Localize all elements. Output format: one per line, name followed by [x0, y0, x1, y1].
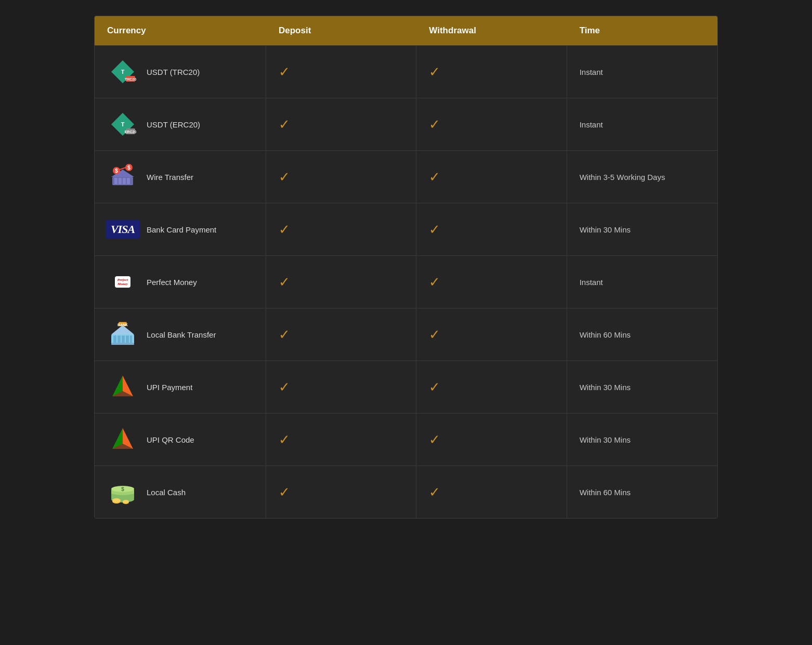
currency-name-local-bank: Local Bank Transfer [147, 330, 216, 339]
withdrawal-cell-wire-transfer: ✓ [416, 151, 567, 203]
withdrawal-check-upi-payment: ✓ [429, 379, 440, 395]
currency-cell-wire-transfer: $ $ Wire Transfer [95, 151, 266, 203]
time-cell-perfect-money: Instant [567, 256, 717, 308]
svg-rect-10 [119, 178, 122, 184]
local-bank-icon: BANK [107, 319, 138, 350]
deposit-cell-usdt-erc20: ✓ [266, 98, 416, 150]
table-row: $ Local Cash ✓ ✓ Within 60 Mins [95, 466, 717, 518]
currency-cell-upi-payment: UPI Payment [95, 361, 266, 413]
withdrawal-cell-upi-qr: ✓ [416, 414, 567, 466]
currency-name-usdt-trc20: USDT (TRC20) [147, 68, 200, 76]
table-row: T TRC20 USDT (TRC20) ✓ ✓ Instant [95, 45, 717, 98]
usdt-trc20-icon: T TRC20 [107, 56, 138, 87]
time-cell-upi-payment: Within 30 Mins [567, 361, 717, 413]
svg-rect-22 [126, 336, 129, 343]
currency-name-bank-card: Bank Card Payment [147, 225, 216, 234]
header-deposit: Deposit [266, 16, 416, 45]
time-value-local-cash: Within 60 Mins [580, 488, 631, 497]
withdrawal-check-upi-qr: ✓ [429, 432, 440, 448]
currency-cell-usdt-erc20: T ERC20 USDT (ERC20) [95, 98, 266, 150]
svg-point-43 [123, 500, 129, 503]
deposit-cell-local-bank: ✓ [266, 308, 416, 360]
svg-text:T: T [121, 121, 125, 127]
deposit-cell-local-cash: ✓ [266, 466, 416, 518]
deposit-cell-upi-payment: ✓ [266, 361, 416, 413]
withdrawal-check-usdt-trc20: ✓ [429, 64, 440, 80]
svg-text:BANK: BANK [117, 323, 128, 327]
currency-name-local-cash: Local Cash [147, 488, 186, 497]
header-currency: Currency [95, 16, 266, 45]
svg-text:$: $ [127, 165, 130, 171]
deposit-check-local-bank: ✓ [279, 327, 290, 343]
deposit-cell-usdt-trc20: ✓ [266, 46, 416, 98]
deposit-cell-perfect-money: ✓ [266, 256, 416, 308]
wire-transfer-icon: $ $ [107, 161, 138, 192]
svg-rect-20 [117, 336, 121, 343]
deposit-cell-upi-qr: ✓ [266, 414, 416, 466]
currency-cell-perfect-money: PerfectMoney Perfect Money [95, 256, 266, 308]
table-header: Currency Deposit Withdrawal Time [95, 16, 717, 45]
withdrawal-check-local-bank: ✓ [429, 327, 440, 343]
header-time: Time [567, 16, 717, 45]
deposit-check-upi-payment: ✓ [279, 379, 290, 395]
currency-name-upi-qr: UPI QR Code [147, 435, 194, 444]
bank-card-icon: VISA [107, 214, 138, 245]
currency-name-usdt-erc20: USDT (ERC20) [147, 120, 200, 129]
svg-rect-23 [130, 336, 132, 343]
deposit-check-wire-transfer: ✓ [279, 169, 290, 185]
upi-payment-icon [107, 371, 138, 403]
deposit-check-usdt-erc20: ✓ [279, 117, 290, 133]
currency-cell-upi-qr: UPI QR Code [95, 414, 266, 466]
table-row: PerfectMoney Perfect Money ✓ ✓ Instant [95, 255, 717, 308]
time-cell-wire-transfer: Within 3-5 Working Days [567, 151, 717, 203]
svg-point-41 [112, 498, 121, 502]
upi-qr-icon [107, 424, 138, 455]
perfect-money-icon: PerfectMoney [107, 266, 138, 298]
table-row: BANK Local Bank Transfer ✓ ✓ Within 60 M… [95, 308, 717, 360]
currency-name-wire-transfer: Wire Transfer [147, 173, 193, 182]
deposit-cell-wire-transfer: ✓ [266, 151, 416, 203]
time-value-usdt-erc20: Instant [580, 120, 603, 129]
time-cell-bank-card: Within 30 Mins [567, 203, 717, 255]
usdt-erc20-icon: T ERC20 [107, 109, 138, 140]
withdrawal-cell-local-bank: ✓ [416, 308, 567, 360]
table-row: T ERC20 USDT (ERC20) ✓ ✓ Instant [95, 98, 717, 150]
withdrawal-check-perfect-money: ✓ [429, 274, 440, 290]
time-value-bank-card: Within 30 Mins [580, 225, 631, 234]
time-value-wire-transfer: Within 3-5 Working Days [580, 173, 665, 182]
svg-rect-25 [111, 343, 134, 345]
local-cash-icon: $ [107, 476, 138, 508]
time-cell-usdt-erc20: Instant [567, 98, 717, 150]
table-row: $ $ Wire Transfer ✓ ✓ Within 3-5 Working… [95, 150, 717, 203]
currency-cell-usdt-trc20: T TRC20 USDT (TRC20) [95, 46, 266, 98]
svg-rect-21 [122, 336, 125, 343]
table-row: UPI Payment ✓ ✓ Within 30 Mins [95, 360, 717, 413]
deposit-check-local-cash: ✓ [279, 484, 290, 500]
time-value-upi-qr: Within 30 Mins [580, 435, 631, 444]
time-value-perfect-money: Instant [580, 278, 603, 287]
time-value-local-bank: Within 60 Mins [580, 330, 631, 339]
time-cell-upi-qr: Within 30 Mins [567, 414, 717, 466]
deposit-check-bank-card: ✓ [279, 222, 290, 238]
time-value-upi-payment: Within 30 Mins [580, 383, 631, 392]
currency-cell-local-bank: BANK Local Bank Transfer [95, 308, 266, 360]
time-cell-local-cash: Within 60 Mins [567, 466, 717, 518]
withdrawal-cell-local-cash: ✓ [416, 466, 567, 518]
svg-rect-12 [127, 178, 130, 184]
time-cell-usdt-trc20: Instant [567, 46, 717, 98]
withdrawal-cell-perfect-money: ✓ [416, 256, 567, 308]
table-body: T TRC20 USDT (TRC20) ✓ ✓ Instant T ERC20 [95, 45, 717, 518]
svg-text:TRC20: TRC20 [125, 78, 136, 81]
withdrawal-check-wire-transfer: ✓ [429, 169, 440, 185]
withdrawal-cell-upi-payment: ✓ [416, 361, 567, 413]
time-value-usdt-trc20: Instant [580, 68, 603, 76]
currency-name-upi-payment: UPI Payment [147, 383, 192, 392]
deposit-check-upi-qr: ✓ [279, 432, 290, 448]
deposit-cell-bank-card: ✓ [266, 203, 416, 255]
svg-text:$: $ [115, 168, 118, 174]
time-cell-local-bank: Within 60 Mins [567, 308, 717, 360]
svg-text:T: T [121, 69, 125, 75]
withdrawal-cell-usdt-trc20: ✓ [416, 46, 567, 98]
svg-text:ERC20: ERC20 [125, 130, 136, 134]
deposit-check-usdt-trc20: ✓ [279, 64, 290, 80]
